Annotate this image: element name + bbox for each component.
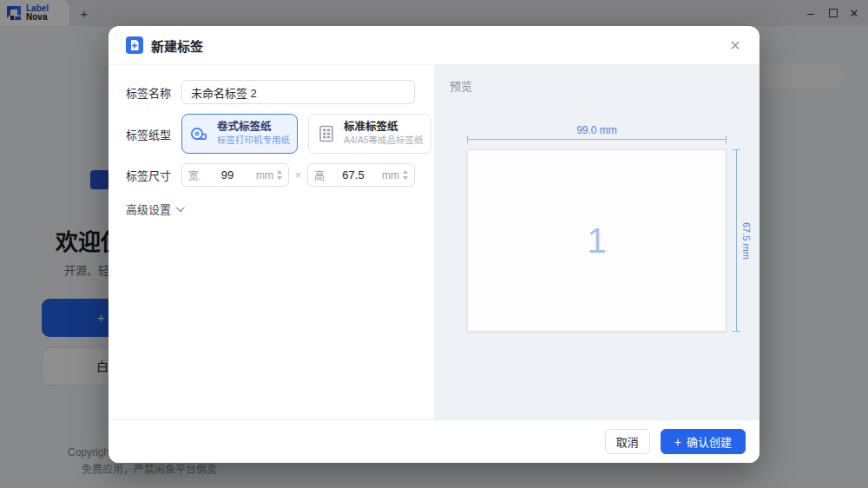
stepper-down-icon[interactable] bbox=[277, 176, 282, 180]
paper-type-label: 标签纸型 bbox=[126, 126, 181, 142]
stepper-down-icon[interactable] bbox=[403, 176, 408, 180]
width-dimension-value: 99.0 mm bbox=[467, 124, 727, 136]
advanced-settings-label: 高级设置 bbox=[126, 201, 171, 217]
height-prefix: 高 bbox=[314, 168, 325, 182]
label-form: 标签名称 标签纸型 bbox=[108, 65, 434, 419]
dialog-body: 标签名称 标签纸型 bbox=[108, 65, 760, 419]
name-label: 标签名称 bbox=[126, 84, 181, 101]
paper-type-roll-card[interactable]: 卷式标签纸 标签打印机专用纸 bbox=[181, 114, 298, 154]
height-stepper-arrows[interactable] bbox=[403, 170, 408, 180]
stepper-up-icon[interactable] bbox=[277, 170, 282, 174]
sheet-card-subtitle: A4/A5等成品标签纸 bbox=[344, 134, 424, 147]
roll-card-subtitle: 标签打印机专用纸 bbox=[217, 134, 290, 147]
size-separator: × bbox=[295, 169, 301, 181]
paper-type-sheet-card[interactable]: 标准标签纸 A4/A5等成品标签纸 bbox=[308, 114, 431, 154]
sheet-grid-icon bbox=[316, 123, 337, 144]
width-stepper-arrows[interactable] bbox=[277, 170, 282, 180]
dialog-title: 新建标签 bbox=[151, 36, 203, 55]
height-dimension: 67.5 mm bbox=[736, 149, 752, 332]
name-row: 标签名称 bbox=[126, 80, 415, 104]
width-value[interactable]: 99 bbox=[199, 168, 256, 181]
confirm-create-label: 确认创建 bbox=[687, 433, 732, 450]
height-unit: mm bbox=[382, 169, 399, 181]
plus-icon: + bbox=[674, 435, 681, 449]
roll-paper-icon bbox=[189, 123, 210, 144]
advanced-settings-toggle[interactable]: 高级设置 bbox=[126, 201, 415, 217]
preview-title: 预览 bbox=[450, 77, 472, 94]
roll-card-title: 卷式标签纸 bbox=[217, 121, 290, 134]
label-preview-canvas: 1 bbox=[467, 149, 727, 332]
label-name-input[interactable] bbox=[181, 80, 415, 104]
confirm-create-button[interactable]: + 确认创建 bbox=[661, 429, 746, 454]
label-page-number: 1 bbox=[587, 221, 606, 260]
cancel-button[interactable]: 取消 bbox=[605, 429, 650, 454]
app-window: Label Nova + – ✕ 欢迎使 开源、轻量、 + 白 Copyrigh… bbox=[0, 0, 868, 488]
height-stepper[interactable]: 高 67.5 mm bbox=[307, 163, 415, 187]
dialog-footer: 取消 + 确认创建 bbox=[108, 419, 760, 463]
new-label-dialog: 新建标签 ✕ 标签名称 标签纸型 bbox=[108, 26, 760, 463]
sheet-card-title: 标准标签纸 bbox=[344, 121, 424, 134]
width-stepper[interactable]: 宽 99 mm bbox=[181, 163, 289, 187]
width-prefix: 宽 bbox=[188, 168, 199, 182]
chevron-down-icon bbox=[176, 203, 185, 212]
new-document-icon bbox=[126, 36, 143, 54]
preview-panel: 预览 99.0 mm 1 67.5 mm bbox=[434, 65, 760, 419]
dialog-header: 新建标签 ✕ bbox=[108, 26, 760, 65]
size-row: 标签尺寸 宽 99 mm × 高 67.5 mm bbox=[126, 163, 415, 187]
width-dimension: 99.0 mm bbox=[467, 124, 727, 140]
height-dimension-value: 67.5 mm bbox=[741, 222, 752, 260]
dialog-close-icon[interactable]: ✕ bbox=[725, 35, 746, 56]
width-unit: mm bbox=[256, 169, 273, 181]
height-dimension-line bbox=[736, 149, 737, 332]
paper-type-row: 标签纸型 卷式标签纸 标签打印机专用纸 bbox=[126, 114, 415, 154]
width-dimension-line bbox=[467, 139, 727, 140]
stepper-up-icon[interactable] bbox=[403, 170, 408, 174]
height-value[interactable]: 67.5 bbox=[325, 168, 382, 181]
size-label: 标签尺寸 bbox=[126, 167, 181, 183]
